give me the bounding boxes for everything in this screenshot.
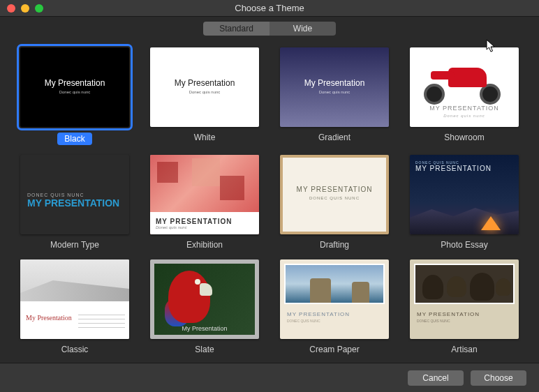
theme-label: Artisan — [451, 345, 477, 354]
preview-subtitle: Donec quis nunc — [410, 114, 519, 118]
segment-wide[interactable]: Wide — [270, 22, 336, 36]
theme-classic[interactable]: My Presentation Classic — [20, 259, 130, 354]
theme-white[interactable]: My Presentation Donec quis nunc White — [149, 47, 260, 145]
theme-showroom[interactable]: MY PRESENTATION Donec quis nunc Showroom — [409, 47, 519, 145]
theme-label: Photo Essay — [441, 240, 487, 250]
zoom-window-button[interactable] — [35, 4, 43, 13]
theme-label: Cream Paper — [309, 345, 359, 354]
cancel-button[interactable]: Cancel — [408, 370, 464, 386]
preview-title: MY PRESENTATION — [156, 218, 259, 225]
minimize-window-button[interactable] — [21, 4, 29, 13]
preview-subtitle: DONEC QUIS NUNC — [417, 319, 480, 323]
preview-subtitle: Donec quis nunc — [156, 225, 259, 229]
preview-title: MY PRESENTATION — [283, 186, 386, 193]
preview-title: My Presentation — [26, 314, 73, 322]
theme-label: Gradient — [318, 133, 350, 142]
theme-label: Slate — [195, 345, 214, 354]
theme-drafting[interactable]: MY PRESENTATION DONEC QUIS NUNC Drafting — [279, 155, 390, 250]
theme-slate[interactable]: My Presentation Slate — [149, 259, 260, 354]
preview-subtitle: Donec quis nunc — [150, 90, 259, 94]
tent-graphic — [481, 216, 501, 230]
window-controls — [7, 4, 43, 13]
footer-bar: Cancel Choose — [0, 363, 539, 392]
preview-title: MY PRESENTATION — [410, 105, 519, 112]
preview-title: My Presentation — [280, 78, 389, 88]
choose-button[interactable]: Choose — [471, 370, 526, 386]
theme-photo-essay[interactable]: DONEC QUIS NUNC MY PRESENTATION Photo Es… — [409, 155, 519, 250]
theme-exhibition[interactable]: MY PRESENTATION Donec quis nunc Exhibiti… — [149, 155, 260, 250]
motorcycle-graphic — [424, 64, 501, 99]
segment-standard[interactable]: Standard — [203, 22, 270, 36]
theme-cream-paper[interactable]: MY PRESENTATION DONEC QUIS NUNC Cream Pa… — [279, 259, 390, 354]
preview-title: MY PRESENTATION — [415, 165, 492, 172]
theme-label: Modern Type — [50, 240, 99, 250]
close-window-button[interactable] — [7, 4, 15, 13]
preview-subtitle: Donec quis nunc — [280, 90, 389, 94]
theme-gallery: My Presentation Donec quis nunc Black My… — [0, 40, 539, 363]
theme-label: Classic — [61, 345, 89, 354]
preview-title: MY PRESENTATION — [27, 197, 119, 209]
theme-label: Drafting — [320, 240, 349, 250]
parrot-graphic — [168, 271, 210, 323]
theme-gradient[interactable]: My Presentation Donec quis nunc Gradient — [279, 47, 390, 145]
theme-label: Exhibition — [186, 240, 223, 250]
theme-label: Showroom — [444, 133, 484, 142]
window-title: Choose a Theme — [235, 3, 304, 13]
preview-title: MY PRESENTATION — [417, 311, 480, 317]
preview-subtitle: DONEC QUIS NUNC — [27, 193, 119, 197]
preview-subtitle: DONEC QUIS NUNC — [287, 319, 350, 323]
theme-artisan[interactable]: MY PRESENTATION DONEC QUIS NUNC Artisan — [409, 259, 519, 354]
preview-subtitle: Donec quis nunc — [20, 90, 129, 94]
theme-label: Black — [57, 133, 91, 145]
preview-subtitle: DONEC QUIS NUNC — [283, 196, 386, 200]
theme-label: White — [194, 133, 216, 142]
preview-title: MY PRESENTATION — [287, 311, 350, 317]
theme-black[interactable]: My Presentation Donec quis nunc Black — [20, 47, 130, 145]
titlebar: Choose a Theme — [0, 0, 539, 17]
preview-title: My Presentation — [150, 78, 259, 88]
aspect-ratio-selector: Standard Wide — [0, 17, 539, 40]
theme-modern-type[interactable]: DONEC QUIS NUNC MY PRESENTATION Modern T… — [20, 155, 130, 250]
preview-title: My Presentation — [154, 325, 255, 332]
preview-title: My Presentation — [20, 78, 129, 88]
